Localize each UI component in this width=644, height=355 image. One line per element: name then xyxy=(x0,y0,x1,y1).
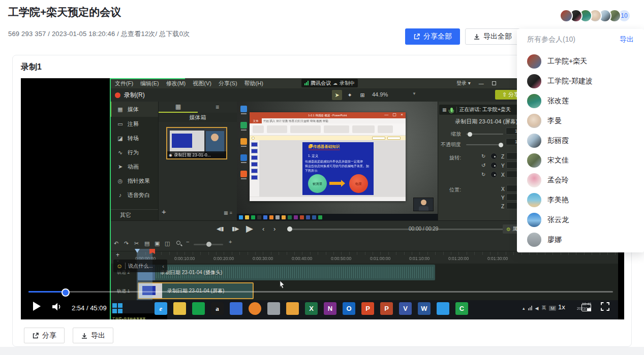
rotation-knob xyxy=(490,162,497,169)
sidebar-item-media: ▦媒体 xyxy=(110,102,158,117)
player-time: 2:54 / 45:09 xyxy=(72,304,107,312)
progress-handle[interactable] xyxy=(62,288,70,297)
pip-button[interactable] xyxy=(581,304,591,311)
behavior-icon: ∿ xyxy=(117,149,124,156)
taskbar-apps: e a X N O P P V W C xyxy=(155,302,474,315)
canvas-zoom-value: 44.9% xyxy=(372,91,388,98)
copy-icon: ▤ xyxy=(144,240,149,247)
play-icon: ▶ xyxy=(246,223,253,234)
mouse-cursor xyxy=(280,280,285,288)
timeline-time: 00:00 / 00:29 xyxy=(409,226,438,232)
taskbar-app-icon xyxy=(192,302,205,315)
zoom-icon xyxy=(176,241,180,245)
taskbar-app-icon xyxy=(267,302,280,315)
zoom-in-icon: + xyxy=(229,239,232,245)
participant-row: 廖娜 xyxy=(517,230,644,249)
powerpoint-window: 1-2.1 传感器 概述 - PowerPoint— ▢ × 文件 开始 插入 … xyxy=(250,112,406,201)
download-icon xyxy=(473,33,480,40)
share-all-label: 分享全部 xyxy=(423,32,452,41)
taskbar-app-icon: W xyxy=(418,302,431,315)
share-button[interactable]: 分享 xyxy=(24,328,65,343)
rotate-icon: ↻ xyxy=(481,172,485,177)
progress-bar[interactable] xyxy=(28,291,613,293)
desktop-icon xyxy=(240,138,247,145)
recording-border xyxy=(110,78,111,319)
danmaku-placeholder[interactable]: 说点什么... xyxy=(128,263,152,270)
participant-avatar-stack[interactable]: 10 xyxy=(560,9,631,23)
restore-icon xyxy=(492,81,496,85)
minimize-icon: — xyxy=(479,81,484,86)
avatar xyxy=(527,213,541,227)
undo-icon: ↶ xyxy=(114,240,118,247)
cut-icon: ✂ xyxy=(134,240,139,247)
ppt-slide-thumbnails xyxy=(250,140,260,197)
sidebar-item-behaviors: ∿行为 xyxy=(110,145,158,159)
participant-row: 工学院+栾天 xyxy=(517,51,644,71)
paste-icon: ▣ xyxy=(155,240,160,247)
camera-clip: 录制日期 23-01-04 (摄像头) xyxy=(138,265,435,280)
share-all-button[interactable]: 分享全部 xyxy=(405,28,460,45)
desktop-icon xyxy=(240,154,247,161)
measured-quantity-circle: 被测量 xyxy=(308,174,327,193)
playhead xyxy=(135,249,140,253)
participant-row: 李曼 xyxy=(517,111,644,131)
rotation-knob xyxy=(490,171,497,178)
split-icon: ◫ xyxy=(165,240,170,247)
danmaku-input[interactable]: ☺ 说点什么... ‹ xyxy=(113,260,167,272)
emoji-icon[interactable]: ☺ xyxy=(116,263,122,270)
export-all-label: 导出全部 xyxy=(483,32,512,41)
cursor-tool-icon: ➤ xyxy=(332,90,342,100)
media-bin: ▦ ≡ 媒体箱 ◉录制日期 23-01-0... xyxy=(158,102,237,220)
window-controls: 登录 ▾ — xyxy=(456,78,496,88)
taskbar-app-icon: X xyxy=(305,302,318,315)
gear-icon: ⚙ xyxy=(506,227,511,232)
next-icon: › xyxy=(273,225,275,233)
animation-icon: ➤ xyxy=(117,164,124,170)
webcam-overlay xyxy=(413,198,434,211)
participant-row: 李美艳 xyxy=(517,190,644,210)
voice-icon: ♪ xyxy=(117,192,124,198)
chevron-down-icon: ▼ xyxy=(412,91,416,96)
taskbar-app-icon: P xyxy=(380,302,393,315)
slide: 传感器基础知识 1. 定义 传感器就是能感知外界信息并能按一定规律 将这些信息转… xyxy=(302,142,374,195)
crop-tool-icon: ⊞ xyxy=(357,90,367,100)
step-back-icon: ◀▮ xyxy=(217,225,224,232)
taskbar-app-icon: P xyxy=(361,302,374,315)
participants-export-link[interactable]: 导出 xyxy=(620,35,634,44)
mic-icon xyxy=(450,108,453,112)
media-bin-title: 媒体箱 xyxy=(159,113,237,122)
slide-logo-icon xyxy=(309,145,312,148)
media-icon: ▦ xyxy=(117,106,124,113)
sidebar-more: 其它 xyxy=(110,209,158,220)
participants-panel-title: 所有参会人(10) xyxy=(527,35,575,44)
taskbar-app-icon xyxy=(249,302,261,315)
page-title: 工学院+栾天预定的会议 xyxy=(8,5,121,19)
taskbar-app-icon: a xyxy=(211,302,224,315)
desktop-icon xyxy=(240,106,247,112)
participant-row: 张云龙 xyxy=(517,210,644,230)
sidebar-item-transitions: ◪转场 xyxy=(110,131,158,145)
share-icon xyxy=(413,33,420,40)
cloud-icon: ☁ xyxy=(333,81,338,86)
editor-canvas: 1-2.1 传感器 概述 - PowerPoint— ▢ × 文件 开始 插入 … xyxy=(237,102,438,220)
timeline-scrub xyxy=(289,229,513,230)
ppt-notification-bar xyxy=(250,136,406,140)
player-play-button[interactable] xyxy=(33,302,41,311)
share-icon xyxy=(32,332,39,339)
prev-icon: ‹ xyxy=(262,225,264,233)
playback-speed-button[interactable]: 1x xyxy=(558,303,565,311)
arrow-icon xyxy=(329,182,341,185)
fullscreen-button[interactable] xyxy=(601,302,609,311)
avatar xyxy=(527,173,541,187)
media-item-thumbnail: ◉录制日期 23-01-0... xyxy=(166,127,227,159)
meeting-recording-indicator: 腾讯会议 ☁ 录制中 xyxy=(301,79,358,87)
taskbar-app-icon: N xyxy=(324,302,336,315)
collapse-icon[interactable]: ‹ xyxy=(162,263,164,269)
taskbar-app-icon: O xyxy=(343,302,355,315)
volume-button[interactable] xyxy=(52,303,64,311)
export-button[interactable]: 导出 xyxy=(73,328,113,343)
export-all-button[interactable]: 导出全部 xyxy=(465,28,520,45)
participant-row: 张改莲 xyxy=(517,91,644,111)
cursor-fx-icon: ◎ xyxy=(117,178,124,184)
avatar xyxy=(527,114,541,128)
